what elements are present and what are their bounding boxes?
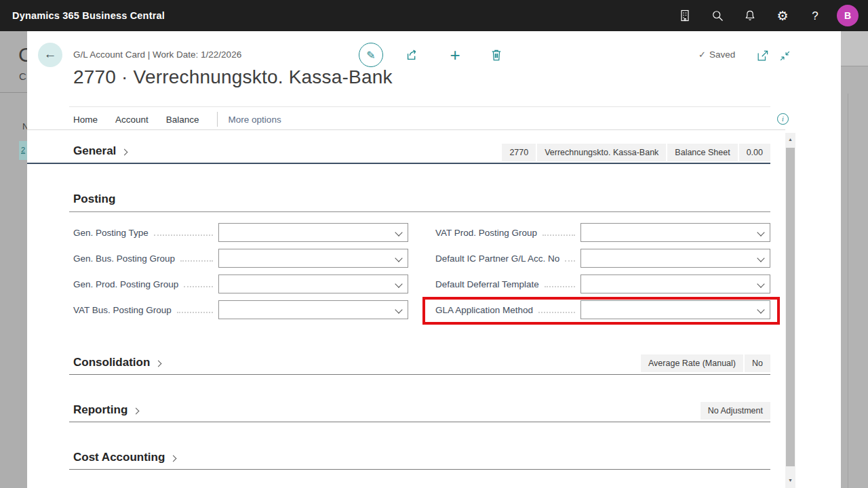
- field-label: VAT Prod. Posting Group: [435, 228, 537, 238]
- consolidation-chip-method: Average Rate (Manual): [641, 354, 743, 372]
- field-label: Gen. Prod. Posting Group: [73, 279, 178, 289]
- app-top-bar: Dynamics 365 Business Central: [0, 0, 868, 31]
- gen-prod-posting-group-combobox[interactable]: [218, 274, 408, 293]
- tab-balance[interactable]: Balance: [166, 115, 199, 125]
- help-button[interactable]: ?: [799, 0, 831, 31]
- help-icon: ?: [812, 10, 818, 22]
- background-block: [841, 31, 868, 66]
- back-arrow-icon: ←: [44, 47, 57, 62]
- field-label: Default Deferral Template: [435, 279, 539, 289]
- tabs-separator: [217, 112, 218, 127]
- company-button[interactable]: [669, 0, 701, 31]
- field-gen-bus-posting-group: Gen. Bus. Posting Group: [73, 249, 408, 268]
- reporting-underline: [69, 422, 770, 422]
- section-posting: Posting: [73, 192, 115, 206]
- general-chip-balance: 0.00: [739, 144, 770, 161]
- reporting-summary-chips: No Adjustment: [701, 402, 770, 420]
- background-divider: [848, 94, 848, 488]
- field-vat-bus-posting-group: VAT Bus. Posting Group: [73, 300, 408, 319]
- tabs-top-divider: [69, 106, 770, 107]
- field-label: Default IC Partner G/L Acc. No: [435, 253, 559, 264]
- scroll-down-arrow[interactable]: ▼: [785, 475, 795, 485]
- chevron-down-icon: [395, 306, 402, 313]
- collapse-icon: [778, 49, 791, 62]
- chevron-right-icon: [133, 407, 140, 414]
- field-vat-prod-posting-group: VAT Prod. Posting Group: [435, 223, 770, 242]
- reporting-chip-adjustment: No Adjustment: [701, 402, 770, 420]
- chevron-right-icon: [170, 455, 177, 462]
- background-column-fragment: N: [22, 121, 27, 131]
- field-gla-application-method: GLA Application Method: [435, 300, 770, 319]
- back-button[interactable]: ←: [38, 43, 62, 67]
- vertical-scrollbar[interactable]: ▲ ▼: [785, 133, 795, 488]
- share-icon: [405, 47, 420, 62]
- plus-icon: +: [450, 46, 460, 64]
- notifications-button[interactable]: [734, 0, 766, 31]
- collapse-button[interactable]: [774, 45, 795, 66]
- chevron-down-icon: [757, 306, 764, 313]
- settings-button[interactable]: ⚙: [766, 0, 799, 31]
- new-button[interactable]: +: [445, 45, 465, 65]
- share-button[interactable]: [402, 45, 422, 65]
- section-general[interactable]: General: [73, 144, 127, 158]
- gear-icon: ⚙: [776, 9, 788, 22]
- vat-bus-posting-group-combobox[interactable]: [218, 300, 408, 319]
- field-gen-posting-type: Gen. Posting Type: [73, 223, 408, 242]
- gen-posting-type-combobox[interactable]: [218, 223, 408, 242]
- popout-icon: [756, 49, 769, 62]
- general-chip-no: 2770: [502, 144, 536, 161]
- tabs-bottom-divider: [27, 129, 785, 130]
- default-deferral-template-combobox[interactable]: [580, 274, 770, 293]
- field-label: Gen. Posting Type: [73, 228, 149, 238]
- background-text-fragment: C: [19, 70, 26, 82]
- consolidation-underline: [69, 374, 770, 375]
- general-chip-category: Balance Sheet: [667, 144, 737, 161]
- tab-account[interactable]: Account: [115, 115, 149, 125]
- info-button[interactable]: i: [777, 113, 789, 125]
- field-label: GLA Application Method: [435, 305, 533, 315]
- general-summary-chips: 2770 Verrechnungskto. Kassa-Bank Balance…: [502, 144, 770, 161]
- dotted-leader: [542, 235, 575, 236]
- topbar-actions: ⚙ ? B: [669, 0, 864, 31]
- search-button[interactable]: [701, 0, 734, 31]
- consolidation-summary-chips: Average Rate (Manual) No: [641, 354, 770, 372]
- gen-bus-posting-group-combobox[interactable]: [218, 249, 408, 268]
- general-underline: [27, 163, 770, 164]
- search-icon: [711, 9, 724, 22]
- company-icon: [678, 9, 692, 22]
- section-consolidation[interactable]: Consolidation: [73, 356, 161, 369]
- scroll-up-arrow[interactable]: ▲: [785, 134, 795, 144]
- chevron-down-icon: [395, 254, 402, 262]
- default-ic-partner-combobox[interactable]: [580, 249, 770, 268]
- consolidation-chip-flag: No: [745, 354, 770, 372]
- vat-prod-posting-group-combobox[interactable]: [580, 223, 770, 242]
- saved-label: Saved: [709, 49, 735, 60]
- section-reporting[interactable]: Reporting: [73, 403, 138, 417]
- background-divider: [0, 92, 27, 93]
- posting-underline: [69, 211, 770, 212]
- delete-button[interactable]: [486, 45, 507, 65]
- chevron-down-icon: [757, 228, 764, 236]
- gla-application-method-combobox[interactable]: [580, 300, 770, 319]
- check-icon: ✓: [698, 49, 706, 60]
- dotted-leader: [545, 286, 575, 287]
- save-status: ✓ Saved: [698, 49, 735, 60]
- field-default-deferral-template: Default Deferral Template: [435, 274, 770, 293]
- more-options-button[interactable]: More options: [229, 115, 281, 125]
- section-cost-accounting[interactable]: Cost Accounting: [73, 451, 176, 464]
- action-tabs: Home Account Balance More options: [73, 110, 281, 128]
- chevron-down-icon: [395, 228, 402, 236]
- field-default-ic-partner-gl-acc-no: Default IC Partner G/L Acc. No: [435, 249, 770, 268]
- dotted-leader: [538, 312, 575, 313]
- cost-accounting-underline: [69, 469, 770, 470]
- background-page-left: C C N 2: [0, 31, 27, 488]
- open-in-new-window-button[interactable]: [752, 45, 772, 66]
- edit-button[interactable]: ✎: [359, 43, 383, 67]
- trash-icon: [490, 48, 503, 62]
- info-icon: i: [782, 115, 784, 123]
- field-label: Gen. Bus. Posting Group: [73, 253, 175, 264]
- page-title: 2770 · Verrechnungskto. Kassa-Bank: [73, 66, 393, 88]
- scrollbar-thumb[interactable]: [786, 148, 795, 466]
- tab-home[interactable]: Home: [73, 115, 98, 125]
- user-avatar[interactable]: B: [837, 5, 859, 26]
